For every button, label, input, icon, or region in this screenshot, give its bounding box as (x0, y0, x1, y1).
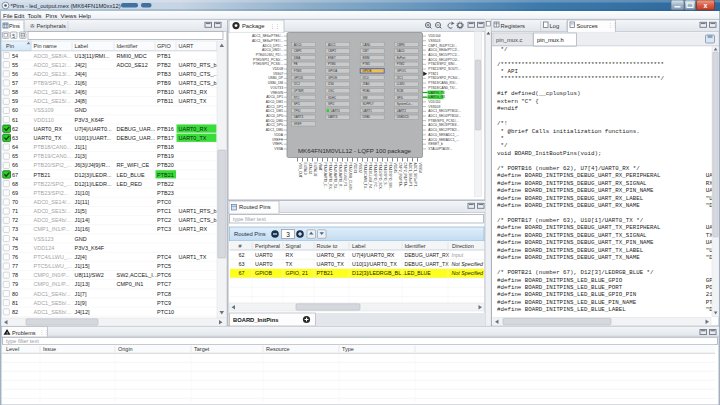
svg-text:ADC1_SE6b/...: ADC1_SE6b/... (34, 309, 72, 315)
svg-text:*/: */ (497, 46, 508, 53)
svg-text:ADC1_SE6a/PTE6/...: ADC1_SE6a/PTE6/... (252, 34, 283, 38)
svg-text:pin_mux.c: pin_mux.c (496, 37, 523, 43)
svg-text:SPI2: SPI2 (328, 102, 335, 106)
svg-text:PTB20: PTB20 (157, 162, 174, 168)
svg-text:PTB18/CAN0...: PTB18/CAN0... (34, 144, 72, 150)
svg-text:ADC0_SE13/...: ADC0_SE13/... (34, 71, 72, 77)
svg-text:RMII0_MDC: RMII0_MDC (117, 53, 147, 59)
svg-text:ADC0_DP2/...: ADC0_DP2/... (263, 44, 284, 48)
svg-text:U13[11]/RMI...: U13[11]/RMI... (75, 53, 111, 59)
svg-text:*/: */ (497, 142, 508, 149)
svg-text:LED_BLUE: LED_BLUE (117, 172, 145, 178)
svg-text:DEBUG_UART_TX: DEBUG_UART_TX (405, 261, 450, 267)
svg-text:GPIO, 21: GPIO, 21 (286, 270, 308, 276)
svg-text:ADC0_SE15/PTC1/...: ADC0_SE15/PTC1/... (428, 53, 459, 57)
svg-text:/* PORTB17 (number 63), U10[1]: /* PORTB17 (number 63), U10[1]/UART0_TX … (497, 217, 644, 224)
svg-text:PTB21: PTB21 (428, 72, 438, 76)
svg-text:PTB9/SPI1_PCS1/...: PTB9/SPI1_PCS1/... (428, 119, 458, 123)
svg-text:J4[2]: J4[2] (75, 62, 87, 68)
svg-text:56: 56 (12, 71, 18, 77)
svg-text:PTA14/SPI0_PC...: PTA14/SPI0_PC... (373, 163, 377, 190)
svg-text:Origin: Origin (118, 346, 133, 352)
svg-text:PTA0/UART0_C...: PTA0/UART0_C... (323, 163, 327, 190)
svg-text:DEBUG_UAR...: DEBUG_UAR... (117, 135, 156, 141)
svg-text:extern "C" {: extern "C" { (497, 98, 539, 105)
svg-text:UART4: UART4 (328, 115, 338, 119)
svg-text:EWM: EWM (362, 56, 370, 60)
svg-text:VSS32: VSS32 (358, 163, 362, 173)
svg-text:PTC10: PTC10 (157, 309, 174, 315)
svg-text:68: 68 (12, 181, 18, 187)
svg-text:PTC7: PTC7 (157, 281, 171, 287)
svg-text:UART1: UART1 (362, 109, 372, 113)
svg-text:VDD08: VDD08 (273, 67, 284, 71)
svg-text:GPIOE: GPIOE (328, 76, 337, 80)
svg-text:/*****************************: /***************************************… (497, 61, 664, 68)
svg-text:#define BOARD_INITPINS_LED_BLU: #define BOARD_INITPINS_LED_BLUE_PIN_NAME… (497, 299, 720, 306)
svg-text:61: 61 (12, 117, 18, 123)
svg-text:/* PORTB16 (number 62), U7[4]/: /* PORTB16 (number 62), U7[4]/UART0_RX *… (497, 165, 640, 172)
svg-text:VSS123: VSS123 (34, 236, 54, 242)
svg-text:72: 72 (12, 217, 18, 223)
svg-text:PTB19/CAN0_RX/...: PTB19/CAN0_RX/... (428, 81, 458, 85)
svg-text:UART3_TX: UART3_TX (179, 98, 207, 104)
svg-text:LPTMR: LPTMR (294, 89, 304, 93)
svg-text:VREF: VREF (294, 122, 302, 126)
svg-text:D12[1]/LEDR...: D12[1]/LEDR... (75, 181, 112, 187)
svg-text:ADC1_SE4a/PT...: ADC1_SE4a/PT... (408, 163, 412, 189)
svg-text:PTC4: PTC4 (157, 254, 171, 260)
svg-text:J1[5]: J1[5] (75, 208, 87, 214)
svg-text:PTC1: PTC1 (157, 208, 171, 214)
svg-text:#define BOARD_INITPINS_DEBUG_U: #define BOARD_INITPINS_DEBUG_UART_TX_LAB… (497, 247, 720, 254)
svg-text:PTA3/UART0_R...: PTA3/UART0_R... (338, 163, 342, 190)
svg-text:PTC6: PTC6 (157, 272, 171, 278)
svg-text:VDD124: VDD124 (34, 245, 55, 251)
svg-text:ADC0_DP1: ADC0_DP1 (266, 95, 283, 99)
svg-text:UART0_TX: UART0_TX (317, 261, 345, 267)
svg-text:PTB21: PTB21 (34, 172, 51, 178)
svg-text:pin_mux.h: pin_mux.h (537, 37, 564, 43)
svg-text:ADC0_DM2/...: ADC0_DM2/... (262, 48, 283, 52)
svg-text:ADC0_SE9/ADC1_...: ADC0_SE9/ADC1_... (428, 133, 459, 137)
svg-text:DAC0: DAC0 (397, 49, 405, 53)
svg-text:/*!: /*! (497, 120, 507, 127)
svg-text:CMP2: CMP2 (328, 49, 336, 53)
svg-text:64: 64 (12, 144, 18, 150)
svg-text:PTA2/UART0_TX...: PTA2/UART0_TX... (333, 163, 337, 192)
svg-text:LED_RED: LED_RED (117, 181, 142, 187)
svg-text:SDHC: SDHC (328, 96, 336, 100)
svg-text:* @brief Calls initialization: * @brief Calls initialization functions. (497, 128, 640, 135)
svg-text:DEBUG_UAR...: DEBUG_UAR... (117, 126, 156, 132)
svg-text:PTB23/SPI2...: PTB23/SPI2... (34, 190, 69, 196)
svg-text:Label: Label (75, 43, 88, 49)
svg-text:PTC9: PTC9 (157, 300, 171, 306)
svg-text:ADC1: ADC1 (328, 43, 336, 47)
svg-text:81: 81 (12, 300, 18, 306)
svg-text:U7[4]/UART0...: U7[4]/UART0... (75, 126, 113, 132)
svg-text:UART1_TX: UART1_TX (179, 254, 207, 260)
svg-text:VBAT: VBAT (318, 163, 322, 171)
svg-text:77: 77 (12, 263, 18, 269)
svg-text:type filter text: type filter text (233, 216, 266, 222)
svg-text:Peripheral: Peripheral (255, 243, 280, 249)
svg-text:VSSA: VSSA (274, 147, 284, 151)
svg-text:66: 66 (12, 162, 18, 168)
svg-text:Direction: Direction (452, 243, 474, 249)
svg-text:ADC0_SE15/...: ADC0_SE15/... (34, 208, 72, 214)
svg-text:67: 67 (12, 172, 18, 178)
svg-text:VDD45: VDD45 (393, 163, 397, 174)
svg-text:PTE4/LLWU_P2/...: PTE4/LLWU_P2/... (256, 53, 283, 57)
svg-text:J1[6]: J1[6] (75, 80, 87, 86)
svg-text:PTB23: PTB23 (157, 190, 174, 196)
svg-text:VREFL: VREFL (273, 142, 284, 146)
svg-text:Tools: Tools (28, 13, 42, 19)
svg-text:GPIOD: GPIOD (294, 76, 303, 80)
svg-text:60: 60 (12, 107, 18, 113)
svg-text:UART1_RX: UART1_RX (179, 226, 208, 232)
svg-text:⋮⋮: ⋮⋮ (608, 23, 617, 28)
svg-text:UART0: UART0 (330, 109, 340, 113)
svg-text:54: 54 (12, 53, 18, 59)
svg-text:Target: Target (194, 346, 210, 352)
svg-text:x: x (704, 2, 708, 9)
svg-text:PTA15/SPI0_SCK...: PTA15/SPI0_SCK... (378, 163, 382, 192)
